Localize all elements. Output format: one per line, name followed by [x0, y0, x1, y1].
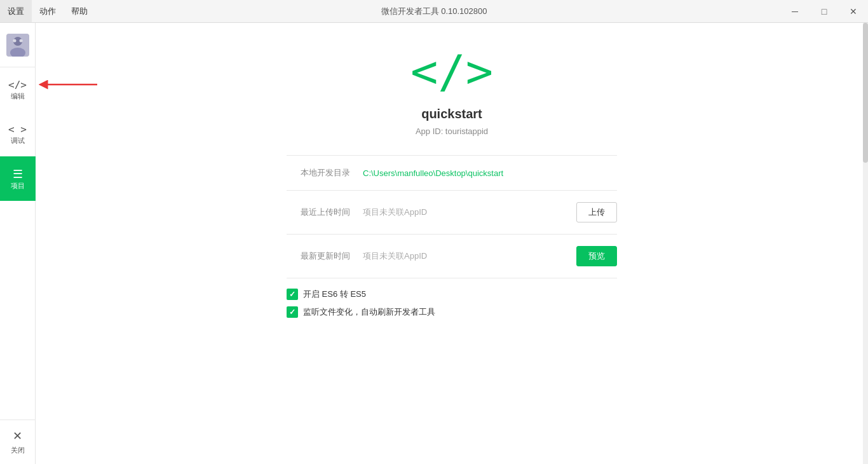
svg-point-4: [19, 39, 22, 42]
avatar-container[interactable]: [0, 23, 36, 67]
es6-checkbox[interactable]: [287, 289, 298, 300]
project-label: 项目: [11, 182, 25, 189]
titlebar: 设置 动作 帮助 微信开发者工具 0.10.102800 ─ □ ✕: [0, 0, 868, 23]
update-value: 项目未关联AppID: [363, 250, 564, 262]
upload-label: 最近上传时间: [287, 207, 350, 218]
dir-label: 本地开发目录: [287, 167, 350, 179]
project-name: quickstart: [421, 107, 482, 121]
debug-icon: < >: [8, 125, 27, 135]
info-table: 本地开发目录 C:\Users\manfulleo\Desktop\quicks…: [287, 155, 617, 278]
sidebar-item-project[interactable]: ☰ 项目: [0, 156, 36, 201]
menu-actions[interactable]: 动作: [32, 0, 64, 22]
checkbox-watch[interactable]: 监听文件变化，自动刷新开发者工具: [287, 306, 617, 318]
es6-label: 开启 ES6 转 ES5: [303, 289, 366, 300]
upload-button[interactable]: 上传: [576, 202, 617, 222]
sidebar-item-editor[interactable]: </> 编辑: [0, 67, 36, 112]
sidebar-item-debug[interactable]: < > 调试: [0, 112, 36, 156]
info-row-preview: 最新更新时间 项目未关联AppID 预览: [287, 235, 617, 278]
avatar: [6, 34, 29, 57]
debug-label: 调试: [11, 137, 25, 144]
editor-icon: </>: [8, 80, 27, 90]
close-label: 关闭: [11, 446, 25, 455]
maximize-button[interactable]: □: [810, 0, 839, 23]
close-icon: ✕: [13, 429, 22, 443]
checkbox-section: 开启 ES6 转 ES5 监听文件变化，自动刷新开发者工具: [287, 278, 617, 318]
project-appid: App ID: touristappid: [416, 126, 488, 136]
sidebar: </> 编辑 < > 调试 ☰ 项目 ✕ 关闭: [0, 23, 36, 464]
menu-help[interactable]: 帮助: [64, 0, 95, 22]
preview-action: 预览: [576, 246, 617, 266]
upload-value: 项目未关联AppID: [363, 207, 564, 218]
preview-button[interactable]: 预览: [576, 246, 617, 266]
minimize-button[interactable]: ─: [780, 0, 810, 23]
main-layout: </> 编辑 < > 调试 ☰ 项目 ✕ 关闭: [0, 23, 868, 464]
titlebar-controls: ─ □ ✕: [780, 0, 868, 23]
watch-checkbox[interactable]: [287, 306, 298, 318]
scrollbar-thumb[interactable]: [863, 23, 868, 163]
svg-point-3: [13, 39, 16, 42]
dir-value: C:\Users\manfulleo\Desktop\quickstart: [363, 168, 617, 178]
checkbox-es6[interactable]: 开启 ES6 转 ES5: [287, 289, 617, 300]
info-row-dir: 本地开发目录 C:\Users\manfulleo\Desktop\quicks…: [287, 156, 617, 190]
project-hero: </> quickstart App ID: touristappid: [410, 48, 493, 136]
titlebar-menu: 设置 动作 帮助: [0, 0, 95, 22]
watch-label: 监听文件变化，自动刷新开发者工具: [303, 306, 435, 318]
menu-settings[interactable]: 设置: [0, 0, 32, 22]
sidebar-close-button[interactable]: ✕ 关闭: [0, 420, 36, 464]
code-logo-icon: </>: [410, 48, 493, 94]
update-label: 最新更新时间: [287, 250, 350, 262]
info-row-upload: 最近上传时间 项目未关联AppID 上传: [287, 191, 617, 234]
upload-action: 上传: [576, 202, 617, 222]
project-icon: ☰: [13, 168, 23, 180]
scrollbar-track[interactable]: [863, 23, 868, 464]
editor-label: 编辑: [11, 93, 25, 100]
titlebar-title: 微信开发者工具 0.10.102800: [381, 6, 487, 17]
content-area: </> quickstart App ID: touristappid 本地开发…: [36, 23, 868, 464]
close-button[interactable]: ✕: [839, 0, 868, 23]
